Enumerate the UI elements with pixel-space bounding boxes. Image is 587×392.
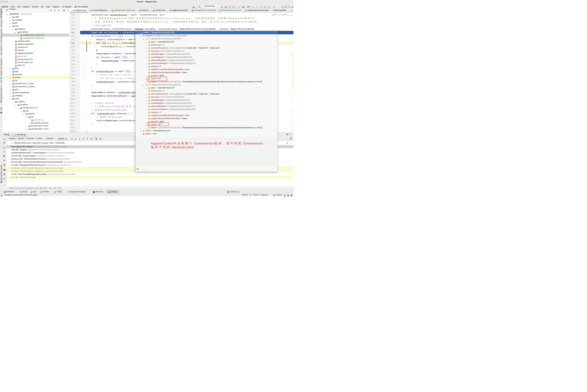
svg-text:C: C <box>74 10 75 11</box>
svg-text:<>: <> <box>15 57 17 58</box>
svg-text:C: C <box>32 120 33 121</box>
svg-text:C: C <box>91 10 92 11</box>
svg-text:<>: <> <box>21 38 22 40</box>
svg-text:<>: <> <box>15 48 17 49</box>
svg-text:<>: <> <box>15 60 17 61</box>
svg-text:C: C <box>246 10 247 11</box>
svg-text:4: 4 <box>228 192 229 193</box>
svg-text:<>: <> <box>192 10 194 12</box>
svg-text:C: C <box>220 10 221 11</box>
svg-text:<: < <box>15 66 16 67</box>
svg-text:m: m <box>75 6 76 8</box>
svg-text:xs: xs <box>15 63 17 64</box>
svg-text:C: C <box>273 10 274 11</box>
svg-text:<>: <> <box>21 36 22 37</box>
svg-text:<>: <> <box>153 10 154 12</box>
svg-text:J: J <box>31 123 32 124</box>
svg-text:C: C <box>63 6 64 8</box>
svg-text:<>: <> <box>112 10 113 12</box>
